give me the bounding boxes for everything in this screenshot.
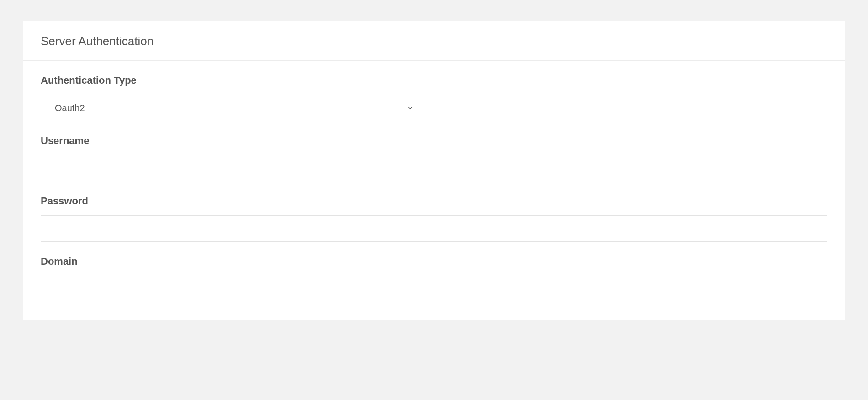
password-group: Password: [41, 195, 827, 242]
card-title: Server Authentication: [41, 34, 827, 48]
password-input[interactable]: [41, 215, 827, 242]
auth-type-select-wrap: [41, 95, 424, 121]
domain-group: Domain: [41, 256, 827, 302]
card-header: Server Authentication: [23, 21, 845, 61]
username-label: Username: [41, 135, 827, 147]
server-auth-card: Server Authentication Authentication Typ…: [23, 21, 845, 320]
auth-type-select[interactable]: [41, 95, 424, 121]
password-label: Password: [41, 195, 827, 207]
domain-label: Domain: [41, 256, 827, 267]
domain-input[interactable]: [41, 276, 827, 302]
username-input[interactable]: [41, 155, 827, 181]
auth-type-label: Authentication Type: [41, 75, 827, 86]
username-group: Username: [41, 135, 827, 181]
auth-type-group: Authentication Type: [41, 75, 827, 121]
card-body: Authentication Type Username Password Do…: [23, 61, 845, 320]
